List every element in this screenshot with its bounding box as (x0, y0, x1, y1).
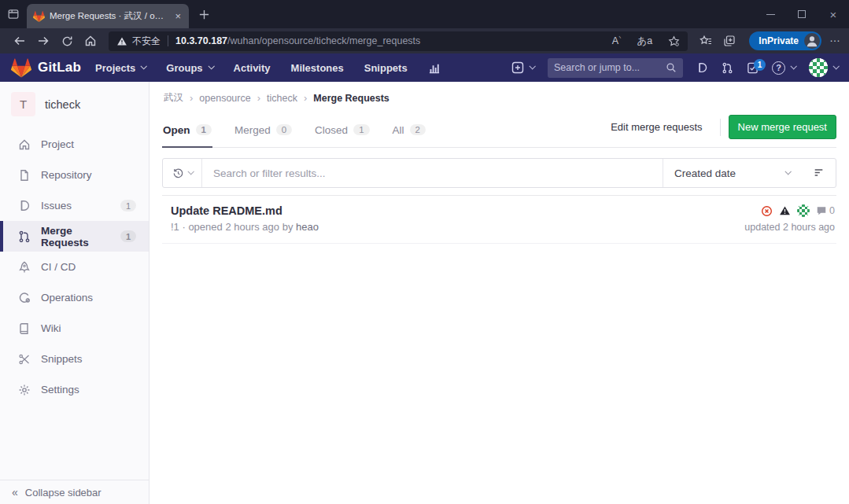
history-icon (172, 167, 184, 179)
breadcrumb: 武汉 opensource ticheck Merge Requests (162, 82, 836, 105)
tab-close-icon[interactable] (173, 11, 183, 21)
tab-closed[interactable]: Closed1 (314, 112, 370, 147)
nav-activity[interactable]: Activity (234, 62, 271, 74)
book-icon (18, 322, 31, 335)
chevron-right-icon (257, 92, 260, 104)
sidebar-item-project[interactable]: Project (0, 129, 149, 160)
chevron-down-icon (832, 63, 839, 69)
merge-request-icon (18, 230, 31, 243)
sort-descending-icon (813, 167, 825, 178)
comment-icon (816, 205, 827, 216)
tab-all[interactable]: All2 (392, 112, 426, 147)
file-icon (18, 169, 31, 182)
sidebar-item-ci-cd[interactable]: CI / CD (0, 252, 149, 282)
close-window-button[interactable] (818, 0, 849, 28)
read-aloud-icon[interactable]: Aᐠ (612, 35, 622, 46)
issues-count-badge: 1 (120, 200, 136, 212)
sort-direction-button[interactable] (801, 159, 836, 187)
todo-count-badge: 1 (754, 59, 766, 71)
comment-count: 0 (829, 205, 835, 216)
collections-icon[interactable] (718, 35, 741, 47)
tab-actions-icon[interactable] (0, 8, 27, 20)
mr-title-link[interactable]: Update README.md (171, 204, 319, 217)
warning-icon (116, 36, 127, 46)
new-merge-request-button[interactable]: New merge request (729, 115, 836, 139)
issues-icon (18, 200, 31, 212)
favorite-star-icon[interactable] (668, 35, 680, 47)
chevron-down-icon (187, 168, 194, 175)
browser-tab-strip: Merge Requests · 武汉 / opensc (0, 0, 849, 28)
browser-menu-icon[interactable] (829, 35, 841, 47)
sidebar-item-operations[interactable]: Operations (0, 282, 149, 313)
tab-merged[interactable]: Merged0 (234, 112, 293, 147)
user-menu[interactable] (809, 58, 838, 77)
assignee-avatar[interactable] (797, 204, 810, 217)
refresh-icon[interactable] (55, 35, 79, 47)
new-menu-plus-icon[interactable] (511, 61, 534, 74)
sort-dropdown[interactable]: Created date (663, 159, 801, 187)
window-controls (755, 0, 849, 28)
sidebar-item-settings[interactable]: Settings (0, 374, 149, 405)
address-bar[interactable]: 不安全 10.3.70.187/wuhan/opensource/ticheck… (109, 31, 688, 51)
mr-comments-link[interactable]: 0 (816, 205, 835, 216)
merge-request-row[interactable]: Update README.md !1 · opened 2 hours ago… (162, 196, 836, 244)
maximize-button[interactable] (786, 0, 818, 28)
breadcrumb-project[interactable]: ticheck (267, 93, 297, 104)
sort-label: Created date (674, 167, 736, 179)
sidebar-item-merge-requests[interactable]: Merge Requests 1 (0, 221, 149, 252)
merge-requests-dashboard-icon[interactable] (722, 62, 733, 74)
global-search[interactable] (548, 58, 683, 78)
favorites-bar-icon[interactable] (694, 35, 718, 47)
breadcrumb-group[interactable]: 武汉 (164, 91, 183, 105)
collapse-sidebar-button[interactable]: Collapse sidebar (0, 480, 149, 504)
home-icon[interactable] (79, 35, 102, 47)
gitlab-logo-icon (11, 58, 31, 78)
help-menu[interactable] (772, 61, 795, 75)
all-count-badge: 2 (410, 124, 426, 135)
mr-state-tabs: Open1 Merged0 Closed1 All2 Edit merge re… (162, 112, 836, 148)
back-icon[interactable] (8, 35, 31, 47)
mr-updated-timestamp: updated 2 hours ago (744, 222, 835, 233)
project-sidebar: T ticheck Project Repository Issues 1 (0, 82, 149, 504)
scissors-icon (18, 353, 31, 366)
tab-title: Merge Requests · 武汉 / opensc (50, 10, 168, 22)
security-label: 不安全 (132, 35, 161, 48)
filter-search-input[interactable] (213, 167, 652, 179)
new-tab-icon[interactable] (198, 9, 210, 20)
gitlab-brand[interactable]: GitLab (11, 58, 81, 78)
home-icon (18, 138, 31, 151)
pipeline-failed-icon[interactable] (761, 205, 773, 217)
issues-dashboard-icon[interactable] (696, 62, 708, 74)
translate-icon[interactable]: あa (637, 35, 653, 48)
sidebar-item-issues[interactable]: Issues 1 (0, 190, 149, 221)
project-name: ticheck (45, 98, 80, 111)
sidebar-item-repository[interactable]: Repository (0, 160, 149, 190)
mr-count-badge: 1 (120, 230, 136, 242)
global-search-input[interactable] (554, 62, 666, 73)
filter-bar: Created date (162, 158, 836, 188)
tab-open[interactable]: Open1 (162, 112, 212, 147)
edit-merge-requests-button[interactable]: Edit merge requests (601, 116, 711, 138)
todos-icon[interactable]: 1 (747, 62, 759, 74)
browser-window: Merge Requests · 武汉 / opensc 不安全 (0, 0, 849, 504)
project-header[interactable]: T ticheck (0, 82, 149, 124)
browser-tab[interactable]: Merge Requests · 武汉 / opensc (27, 4, 189, 28)
chevron-right-icon (304, 92, 307, 104)
nav-projects[interactable]: Projects (95, 62, 146, 74)
sidebar-item-snippets[interactable]: Snippets (0, 344, 149, 374)
help-icon (772, 61, 785, 75)
nav-milestones[interactable]: Milestones (291, 62, 344, 74)
recent-searches-button[interactable] (163, 159, 202, 187)
mr-author-link[interactable]: heao (296, 221, 319, 233)
sidebar-item-wiki[interactable]: Wiki (0, 313, 149, 344)
site-security-chip[interactable]: 不安全 (116, 35, 161, 48)
nav-groups[interactable]: Groups (166, 62, 212, 74)
forward-icon[interactable] (31, 35, 55, 47)
breadcrumb-subgroup[interactable]: opensource (199, 93, 250, 104)
inprivate-badge[interactable]: InPrivate (749, 31, 821, 50)
minimize-button[interactable] (755, 0, 786, 28)
merged-count-badge: 0 (276, 124, 292, 135)
nav-snippets[interactable]: Snippets (364, 62, 408, 74)
statistics-chart-icon[interactable] (428, 62, 441, 74)
url-host: 10.3.70.187 (175, 35, 227, 46)
